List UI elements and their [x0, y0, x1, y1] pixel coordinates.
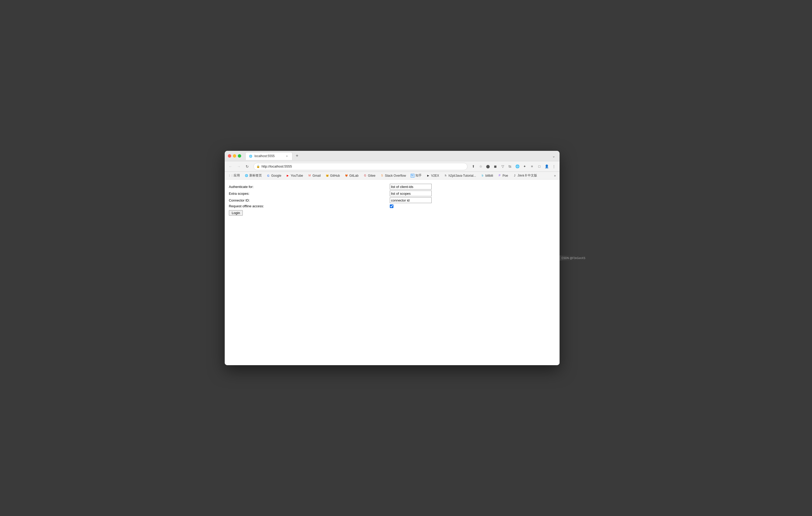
close-button[interactable]	[228, 154, 231, 158]
authenticate-label: Authenticate for:	[229, 185, 388, 189]
forward-button[interactable]: →	[235, 163, 242, 170]
google-icon: G	[267, 174, 270, 178]
extensions3-button[interactable]: ▽	[499, 163, 506, 170]
profile-button[interactable]: 👤	[543, 163, 550, 170]
bookmark-youtube-label: YouTube	[291, 174, 303, 178]
bookmark-apps-label: 应用	[234, 173, 240, 178]
newtab-icon: 🌐	[244, 174, 248, 178]
browser-window: 🌐 localhost:5555 × + ⌄ ← → ↻ 🔒 ⬆ ☆ ⬤ ◼	[225, 151, 559, 365]
title-bar-chevron-icon[interactable]: ⌄	[551, 153, 556, 159]
bookmark-java8[interactable]: J Java 8 中文版	[511, 173, 539, 179]
status-text: CSDN @F3nGenXS	[562, 257, 585, 260]
authenticate-input[interactable]	[390, 184, 432, 189]
lock-icon: 🔒	[256, 165, 260, 168]
refresh-icon: ↻	[245, 164, 249, 169]
bookmark-youtube[interactable]: ▶ YouTube	[284, 173, 305, 178]
gitee-icon: G	[364, 174, 367, 178]
bookmark-v2ex-label: V2EX	[431, 174, 439, 178]
login-form: Authenticate for: Extra scopes: Connecto…	[229, 184, 555, 208]
bookmark-v2ex[interactable]: ▶ V2EX	[424, 173, 441, 178]
apps-icon: ⋮⋮	[229, 174, 233, 178]
extensions6-button[interactable]: ✦	[521, 163, 528, 170]
refresh-button[interactable]: ↻	[243, 163, 251, 170]
bookmark-apps[interactable]: ⋮⋮ 应用	[227, 173, 242, 179]
youtube-icon: ▶	[286, 174, 290, 178]
tab-bar: 🌐 localhost:5555 × +	[245, 152, 549, 160]
more-button[interactable]: ⋮	[551, 163, 557, 170]
login-button[interactable]: Login	[229, 210, 243, 216]
extensions5-button[interactable]: 🌐	[514, 163, 521, 170]
bookmark-gitee-label: Gitee	[368, 174, 376, 178]
bookmark-poe[interactable]: P Poe	[496, 173, 510, 178]
tab-close-button[interactable]: ×	[285, 154, 289, 158]
url-input[interactable]	[262, 164, 465, 168]
bookmark-javatutorial[interactable]: h h2pl/Java-Tutorial...	[442, 173, 478, 178]
bookmark-gitlab[interactable]: 🦊 GitLab	[342, 173, 360, 178]
poe-icon: P	[498, 174, 501, 178]
title-bar-right: ⌄	[551, 153, 556, 159]
bookmark-zhihu[interactable]: 知 知乎	[409, 173, 424, 179]
new-tab-button[interactable]: +	[293, 152, 301, 160]
github-icon: 🐱	[325, 174, 329, 178]
nav-actions: ⬆ ☆ ⬤ ◼ ▽ ʦ 🌐 ✦ ≡ □ 👤 ⋮	[470, 163, 557, 170]
bookmark-javatutorial-label: h2pl/Java-Tutorial...	[448, 174, 476, 178]
connector-input[interactable]	[390, 198, 432, 203]
stackoverflow-icon: S	[380, 174, 384, 178]
bookmark-github[interactable]: 🐱 GitHub	[323, 173, 342, 178]
bookmarks-more-button[interactable]: »	[552, 173, 557, 178]
status-bar: CSDN @F3nGenXS	[559, 255, 587, 261]
traffic-lights	[228, 154, 241, 158]
bookmark-gmail[interactable]: M Gmail	[306, 173, 323, 178]
bookmark-button[interactable]: ☆	[477, 163, 484, 170]
bookmark-bilibili[interactable]: b bilibili	[479, 173, 495, 178]
title-bar: 🌐 localhost:5555 × + ⌄	[225, 151, 559, 161]
extensions-button[interactable]: ⬤	[485, 163, 492, 170]
bookmark-java8-label: Java 8 中文版	[517, 173, 537, 178]
extensions8-button[interactable]: □	[536, 163, 543, 170]
connector-label: Connector ID:	[229, 199, 388, 202]
bookmark-google[interactable]: G Google	[264, 173, 284, 178]
bookmark-zhihu-label: 知乎	[415, 173, 422, 178]
zhihu-icon: 知	[411, 174, 414, 178]
tab-title: localhost:5555	[255, 154, 283, 158]
bookmark-github-label: GitHub	[330, 174, 340, 178]
page-content: Authenticate for: Extra scopes: Connecto…	[225, 180, 559, 365]
scopes-label: Extra scopes:	[229, 192, 388, 195]
bookmark-poe-label: Poe	[502, 174, 508, 178]
back-icon: ←	[229, 164, 232, 169]
bookmark-gitlab-label: GitLab	[349, 174, 358, 178]
bookmark-gmail-label: Gmail	[312, 174, 320, 178]
offline-label: Request offline access:	[229, 204, 388, 208]
minimize-button[interactable]	[233, 154, 236, 158]
scopes-input[interactable]	[390, 190, 432, 196]
bookmark-bilibili-label: bilibili	[486, 174, 493, 178]
bookmarks-bar: ⋮⋮ 应用 🌐 新标签页 G Google ▶ YouTube M Gmail …	[225, 172, 559, 180]
javatutorial-icon: h	[444, 174, 447, 178]
bookmark-newtab-label: 新标签页	[249, 173, 262, 178]
extensions4-button[interactable]: ʦ	[507, 163, 514, 170]
bookmark-newtab[interactable]: 🌐 新标签页	[242, 173, 264, 179]
gitlab-icon: 🦊	[345, 174, 348, 178]
maximize-button[interactable]	[238, 154, 241, 158]
java8-icon: J	[513, 174, 516, 178]
v2ex-icon: ▶	[427, 174, 430, 178]
offline-checkbox[interactable]	[390, 205, 394, 208]
bookmark-stackoverflow-label: Stack Overflow	[385, 174, 406, 178]
bookmark-gitee[interactable]: G Gitee	[361, 173, 378, 178]
bookmark-stackoverflow[interactable]: S Stack Overflow	[378, 173, 408, 178]
back-button[interactable]: ←	[227, 163, 234, 170]
share-button[interactable]: ⬆	[470, 163, 477, 170]
bilibili-icon: b	[481, 174, 485, 178]
address-bar[interactable]: 🔒	[254, 163, 467, 170]
gmail-icon: M	[308, 174, 311, 178]
extensions7-button[interactable]: ≡	[529, 163, 535, 170]
forward-icon: →	[237, 164, 241, 169]
extensions2-button[interactable]: ◼	[492, 163, 499, 170]
tab-favicon-icon: 🌐	[249, 154, 253, 158]
nav-bar: ← → ↻ 🔒 ⬆ ☆ ⬤ ◼ ▽ ʦ 🌐 ✦ ≡ □ 👤 ⋮	[225, 161, 559, 172]
active-tab[interactable]: 🌐 localhost:5555 ×	[245, 152, 292, 160]
bookmark-google-label: Google	[271, 174, 282, 178]
